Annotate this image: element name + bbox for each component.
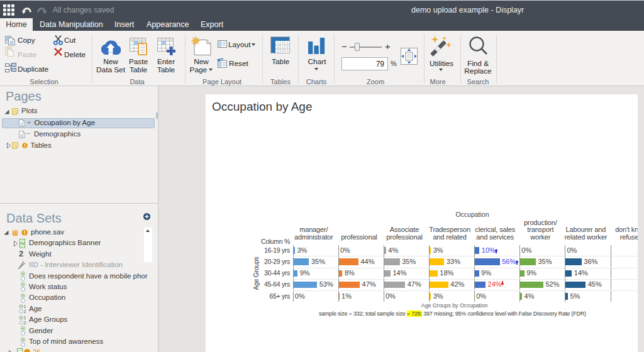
svg-text:1: 1 [287,41,289,45]
svg-text:0: 0 [277,45,279,49]
svg-text:2: 2 [24,321,26,325]
svg-text:1: 1 [282,45,284,49]
svg-text:2: 2 [24,309,26,314]
svg-text:0: 0 [287,45,289,49]
svg-text:0: 0 [282,49,284,53]
svg-text:1: 1 [287,49,289,53]
svg-text:0: 0 [282,41,284,45]
svg-text:1: 1 [24,316,26,320]
svg-text:1: 1 [277,41,279,45]
svg-text:1: 1 [277,49,279,53]
svg-text:1: 1 [24,305,26,309]
